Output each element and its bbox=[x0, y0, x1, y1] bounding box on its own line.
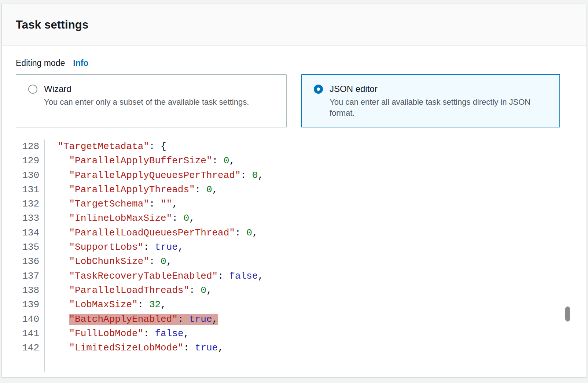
code-line: 142 "LimitedSizeLobMode": true, bbox=[16, 341, 573, 355]
wizard-title-row: Wizard bbox=[28, 84, 279, 94]
code-line: 136 "LobChunkSize": 0, bbox=[16, 254, 573, 269]
line-number: 134 bbox=[16, 226, 45, 240]
editing-mode-label: Editing mode bbox=[16, 58, 65, 68]
json-editor-option-title: JSON editor bbox=[330, 84, 378, 94]
code-content: "TargetSchema": "", bbox=[45, 197, 178, 211]
panel-header: Task settings bbox=[2, 4, 587, 46]
line-number: 136 bbox=[16, 254, 45, 269]
code-content: "InlineLobMaxSize": 0, bbox=[45, 211, 195, 226]
line-number: 135 bbox=[16, 240, 45, 254]
line-number: 141 bbox=[16, 327, 45, 341]
code-content: "ParallelApplyBufferSize": 0, bbox=[45, 154, 235, 168]
editing-mode-options: Wizard You can enter only a subset of th… bbox=[16, 74, 573, 127]
code-content: "LobMaxSize": 32, bbox=[45, 298, 166, 312]
info-link[interactable]: Info bbox=[73, 58, 88, 68]
line-number: 137 bbox=[16, 269, 45, 283]
json-editor-radio-button[interactable] bbox=[314, 85, 323, 94]
code-content: "LobChunkSize": 0, bbox=[45, 254, 172, 269]
code-line: 140 "BatchApplyEnabled": true, bbox=[16, 312, 573, 327]
code-content: "BatchApplyEnabled": true, bbox=[45, 312, 218, 327]
code-content: "TaskRecoveryTableEnabled": false, bbox=[45, 269, 264, 283]
code-line: 139 "LobMaxSize": 32, bbox=[16, 298, 573, 312]
code-line: 141 "FullLobMode": false, bbox=[16, 327, 573, 341]
line-number: 142 bbox=[16, 341, 45, 355]
task-settings-panel: Task settings Editing mode Info Wizard Y… bbox=[1, 4, 587, 378]
line-number: 138 bbox=[16, 283, 45, 298]
code-line: 138 "ParallelLoadThreads": 0, bbox=[16, 283, 573, 298]
code-content: "TargetMetadata": { bbox=[45, 140, 166, 154]
search-highlight: "BatchApplyEnabled": true, bbox=[69, 314, 218, 325]
editing-mode-row: Editing mode Info bbox=[16, 58, 573, 68]
json-code-editor[interactable]: 128 "TargetMetadata": {129 "ParallelAppl… bbox=[16, 140, 573, 372]
code-line: 128 "TargetMetadata": { bbox=[16, 140, 573, 154]
panel-body: Editing mode Info Wizard You can enter o… bbox=[2, 46, 587, 372]
json-editor-option-card[interactable]: JSON editor You can enter all available … bbox=[301, 74, 560, 127]
code-content: "ParallelApplyThreads": 0, bbox=[45, 183, 218, 197]
line-number: 130 bbox=[16, 168, 45, 183]
code-line: 132 "TargetSchema": "", bbox=[16, 197, 573, 211]
line-number: 131 bbox=[16, 183, 45, 197]
code-content: "ParallelApplyQueuesPerThread": 0, bbox=[45, 168, 264, 183]
wizard-option-card[interactable]: Wizard You can enter only a subset of th… bbox=[16, 74, 287, 127]
code-line: 137 "TaskRecoveryTableEnabled": false, bbox=[16, 269, 573, 283]
code-content: "ParallelLoadThreads": 0, bbox=[45, 283, 212, 298]
line-number: 132 bbox=[16, 197, 45, 211]
gutter-spacer bbox=[16, 355, 45, 372]
line-number: 129 bbox=[16, 154, 45, 168]
wizard-radio-button[interactable] bbox=[28, 85, 37, 94]
code-line: 129 "ParallelApplyBufferSize": 0, bbox=[16, 154, 573, 168]
page-title: Task settings bbox=[16, 18, 88, 31]
code-content: "SupportLobs": true, bbox=[45, 240, 184, 254]
code-content: "FullLobMode": false, bbox=[45, 327, 189, 341]
code-line: 134 "ParallelLoadQueuesPerThread": 0, bbox=[16, 226, 573, 240]
line-number: 140 bbox=[16, 312, 45, 327]
wizard-option-description: You can enter only a subset of the avail… bbox=[44, 97, 279, 108]
json-editor-title-row: JSON editor bbox=[314, 84, 552, 94]
code-content: "ParallelLoadQueuesPerThread": 0, bbox=[45, 226, 258, 240]
line-number: 128 bbox=[16, 140, 45, 154]
code-line: 130 "ParallelApplyQueuesPerThread": 0, bbox=[16, 168, 573, 183]
code-content: "LimitedSizeLobMode": true, bbox=[45, 341, 224, 355]
editor-scrollbar-thumb[interactable] bbox=[565, 306, 570, 321]
line-number: 133 bbox=[16, 211, 45, 226]
code-line: 133 "InlineLobMaxSize": 0, bbox=[16, 211, 573, 226]
code-line: 131 "ParallelApplyThreads": 0, bbox=[16, 183, 573, 197]
code-line: 135 "SupportLobs": true, bbox=[16, 240, 573, 254]
json-editor-option-description: You can enter all available task setting… bbox=[330, 97, 552, 119]
code-lines: 128 "TargetMetadata": {129 "ParallelAppl… bbox=[16, 140, 573, 355]
wizard-option-title: Wizard bbox=[44, 84, 71, 94]
line-number: 139 bbox=[16, 298, 45, 312]
gutter-extension bbox=[16, 355, 573, 372]
